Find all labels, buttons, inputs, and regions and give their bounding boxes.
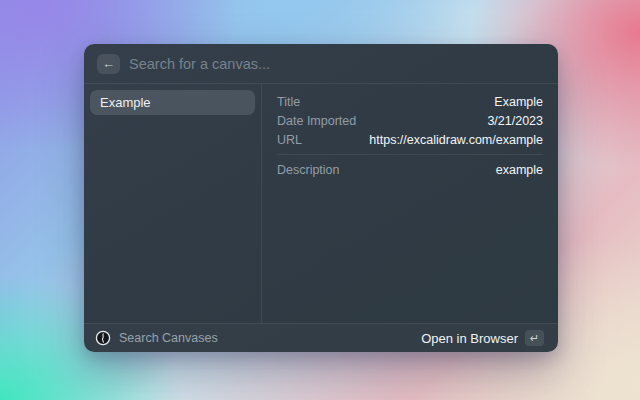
excalidraw-logo-icon [95,330,111,346]
detail-value: https://excalidraw.com/example [369,133,543,147]
footer-bar: Search Canvases Open in Browser ↵ [84,323,558,352]
command-name-label: Search Canvases [119,331,218,345]
open-in-browser-label: Open in Browser [421,331,518,346]
details-divider [277,154,543,155]
detail-value: 3/21/2023 [487,114,543,128]
detail-label: Description [277,163,340,177]
list-item-example[interactable]: Example [90,90,255,115]
detail-row-date-imported: Date Imported 3/21/2023 [277,111,543,130]
search-bar: ← [84,44,558,84]
detail-value: Example [494,95,543,109]
detail-row-description: Description example [277,160,543,179]
search-input[interactable] [129,56,545,72]
open-in-browser-button[interactable]: Open in Browser ↵ [418,328,547,348]
detail-row-url: URL https://excalidraw.com/example [277,130,543,149]
return-key-icon: ↵ [525,330,544,346]
canvas-list: Example [84,84,262,323]
detail-label: URL [277,133,302,147]
main-content: Example Title Example Date Imported 3/21… [84,84,558,323]
detail-label: Title [277,95,300,109]
detail-value: example [496,163,543,177]
launcher-window: ← Example Title Example Date Imported 3/… [84,44,558,352]
detail-label: Date Imported [277,114,356,128]
back-button[interactable]: ← [97,54,120,74]
details-panel: Title Example Date Imported 3/21/2023 UR… [262,84,558,323]
detail-row-title: Title Example [277,92,543,111]
